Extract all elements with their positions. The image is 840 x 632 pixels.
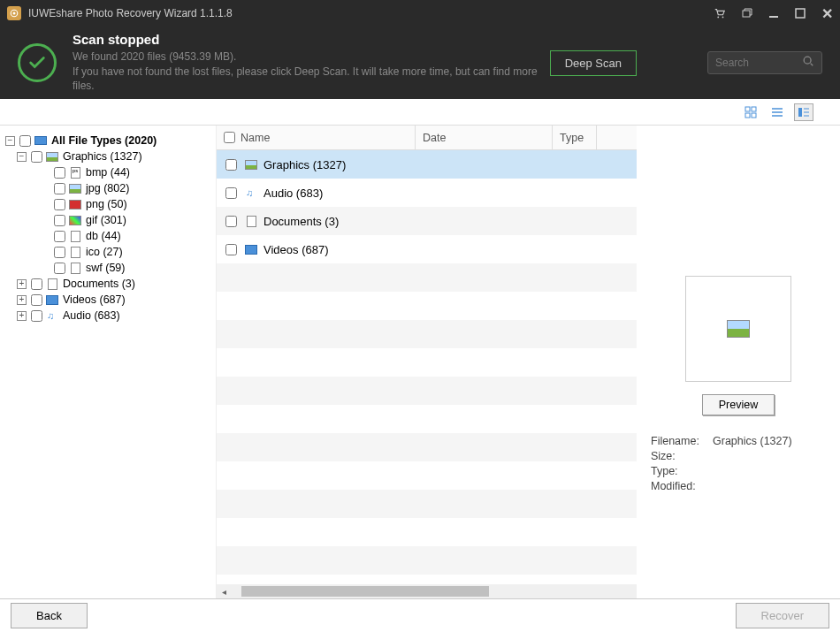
- tree-checkbox[interactable]: [31, 310, 42, 322]
- row-checkbox[interactable]: [225, 159, 237, 171]
- collapse-icon[interactable]: −: [17, 152, 27, 162]
- horizontal-scrollbar[interactable]: ◂: [217, 584, 637, 598]
- tree-label: db (44): [86, 230, 121, 242]
- back-button[interactable]: Back: [11, 603, 88, 628]
- tree-label: png (50): [86, 198, 127, 210]
- minimize-icon[interactable]: [768, 8, 779, 19]
- tree-label: Audio (683): [63, 309, 120, 322]
- scroll-thumb[interactable]: [241, 586, 489, 597]
- monitor-icon: [34, 134, 48, 147]
- tree-documents[interactable]: + Documents (3): [5, 276, 210, 292]
- col-type[interactable]: Type: [553, 126, 597, 149]
- tree-checkbox[interactable]: [54, 199, 65, 210]
- tree-bmp[interactable]: ps bmp (44): [5, 164, 210, 180]
- app-icon: [7, 6, 21, 20]
- svg-rect-12: [752, 113, 756, 118]
- list-row[interactable]: ♫ Audio (683): [217, 179, 637, 207]
- tree-checkbox[interactable]: [54, 183, 65, 194]
- tree-label: Graphics (1327): [63, 150, 142, 163]
- list-header: Name Date Type: [217, 126, 637, 150]
- row-label: Audio (683): [263, 187, 323, 200]
- row-checkbox[interactable]: [225, 216, 237, 227]
- view-list-icon[interactable]: [767, 103, 787, 121]
- tree-swf[interactable]: swf (59): [5, 260, 210, 276]
- view-toolbar: [0, 99, 840, 126]
- close-icon[interactable]: ✕: [821, 5, 833, 22]
- tree-checkbox[interactable]: [31, 151, 42, 163]
- tree-label: jpg (802): [86, 182, 129, 194]
- select-all-checkbox[interactable]: [224, 132, 235, 143]
- svg-rect-9: [745, 107, 750, 111]
- image-icon: [68, 198, 82, 210]
- tree-png[interactable]: png (50): [5, 196, 210, 212]
- svg-rect-6: [796, 9, 805, 18]
- svg-line-8: [811, 64, 813, 66]
- scroll-left-icon[interactable]: ◂: [217, 587, 231, 597]
- tree-checkbox[interactable]: [31, 294, 42, 306]
- recover-button[interactable]: Recover: [736, 603, 829, 628]
- image-icon: [244, 158, 258, 171]
- restore-window-icon[interactable]: [742, 8, 752, 19]
- tree-checkbox[interactable]: [31, 278, 42, 290]
- preview-panel: Preview Filename: Graphics (1327) Size: …: [637, 126, 840, 598]
- video-icon: [45, 293, 59, 306]
- info-modified-label: Modified:: [651, 480, 713, 492]
- file-tree: − All File Types (2020) − Graphics (1327…: [0, 126, 217, 598]
- tree-checkbox[interactable]: [54, 263, 65, 274]
- tree-label: gif (301): [86, 214, 126, 226]
- status-header: Scan stopped We found 2020 files (9453.3…: [0, 27, 840, 99]
- tree-checkbox[interactable]: [54, 167, 65, 179]
- tree-root-checkbox[interactable]: [19, 135, 31, 147]
- list-row[interactable]: Graphics (1327): [217, 150, 637, 179]
- tree-root[interactable]: − All File Types (2020): [5, 133, 210, 148]
- row-checkbox[interactable]: [225, 187, 237, 199]
- tree-audio[interactable]: + ♫ Audio (683): [5, 308, 210, 324]
- list-row[interactable]: Documents (3): [217, 207, 637, 235]
- image-icon: [68, 182, 82, 194]
- svg-rect-4: [743, 11, 750, 17]
- row-label: Documents (3): [263, 215, 339, 228]
- maximize-icon[interactable]: [795, 8, 806, 19]
- tree-label: Documents (3): [63, 278, 135, 290]
- preview-button[interactable]: Preview: [702, 394, 775, 415]
- info-type-label: Type:: [651, 465, 713, 477]
- deep-scan-button[interactable]: Deep Scan: [550, 50, 637, 76]
- search-input[interactable]: [715, 57, 802, 69]
- tree-label: Videos (687): [63, 293, 126, 306]
- expand-icon[interactable]: +: [17, 295, 27, 305]
- row-checkbox[interactable]: [225, 244, 237, 255]
- audio-icon: ♫: [244, 187, 258, 199]
- svg-point-7: [804, 57, 811, 64]
- col-name-label: Name: [241, 132, 270, 144]
- tree-checkbox[interactable]: [54, 247, 65, 258]
- cart-icon[interactable]: [714, 7, 726, 19]
- collapse-icon[interactable]: −: [5, 136, 15, 146]
- svg-point-1: [13, 12, 16, 15]
- info-filename-label: Filename:: [651, 435, 713, 447]
- expand-icon[interactable]: +: [17, 311, 27, 321]
- list-row[interactable]: Videos (687): [217, 235, 637, 263]
- svg-rect-10: [752, 107, 756, 111]
- col-date[interactable]: Date: [416, 126, 553, 149]
- tree-videos[interactable]: + Videos (687): [5, 292, 210, 308]
- tree-jpg[interactable]: jpg (802): [5, 180, 210, 196]
- search-icon[interactable]: [802, 55, 814, 71]
- tree-ico[interactable]: ico (27): [5, 244, 210, 260]
- expand-icon[interactable]: +: [17, 279, 27, 289]
- view-detail-icon[interactable]: [794, 103, 813, 121]
- col-name[interactable]: Name: [217, 126, 416, 149]
- file-icon: ps: [68, 166, 82, 179]
- col-type-label: Type: [560, 132, 584, 144]
- tree-checkbox[interactable]: [54, 231, 65, 242]
- tree-label: swf (59): [86, 262, 125, 274]
- view-grid-icon[interactable]: [741, 103, 760, 121]
- tree-graphics[interactable]: − Graphics (1327): [5, 148, 210, 164]
- tree-label: ico (27): [86, 246, 123, 258]
- document-icon: [244, 215, 258, 227]
- info-filename-value: Graphics (1327): [713, 435, 792, 447]
- tree-gif[interactable]: gif (301): [5, 212, 210, 228]
- tree-db[interactable]: db (44): [5, 228, 210, 244]
- status-line2: If you have not found the lost files, pl…: [73, 65, 550, 95]
- search-box[interactable]: [707, 51, 822, 74]
- tree-checkbox[interactable]: [54, 215, 65, 226]
